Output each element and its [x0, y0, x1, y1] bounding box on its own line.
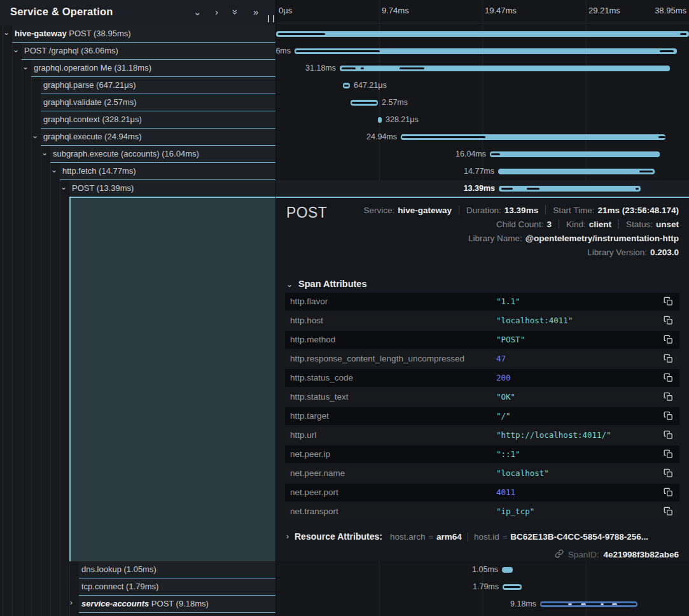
span-id-value: 4e21998f3b82abe6 [603, 550, 679, 559]
attribute-key: net.peer.name [290, 465, 345, 482]
span-bar[interactable] [401, 134, 665, 140]
span-bar[interactable] [498, 169, 655, 174]
span-tree-row[interactable]: graphql.parse (647.21μs) [0, 77, 276, 94]
tree-collapse-icon[interactable]: ⌄ [32, 131, 38, 140]
span-bar[interactable] [502, 567, 513, 573]
ruler-tick-label: 29.21ms [588, 0, 620, 22]
span-attributes-table: http.flavor"1.1"http.host"localhost:4011… [285, 293, 679, 522]
tree-header: Service & Operation ⌄›»» [0, 0, 276, 25]
span-bar[interactable] [351, 100, 378, 106]
collapse-all-icon[interactable]: » [233, 6, 238, 18]
span-bar[interactable] [490, 151, 660, 157]
span-tree-row[interactable]: graphql.context (328.21μs) [0, 111, 276, 129]
tree-collapse-icon[interactable]: ⌄ [41, 148, 48, 157]
tree-expand-icon[interactable]: › [70, 598, 73, 607]
timeline-row[interactable]: 647.21μs [276, 77, 689, 94]
child-span-marker [352, 102, 377, 104]
duration-label: 36.06ms [276, 43, 291, 60]
attribute-key: http.status_code [290, 369, 353, 387]
timeline-row[interactable]: 9.18ms [276, 596, 689, 613]
span-bar[interactable] [540, 601, 637, 607]
span-tree-row[interactable]: graphql.validate (2.57ms) [0, 94, 276, 111]
span-tree-row[interactable]: ⌄graphql.operation Me (31.18ms) [0, 60, 276, 77]
span-bar[interactable] [378, 117, 382, 123]
copy-icon[interactable] [664, 487, 673, 497]
attribute-value: "/" [496, 407, 511, 425]
chevron-right-icon[interactable]: › [215, 6, 218, 18]
copy-icon[interactable] [664, 430, 673, 440]
tree-collapse-icon[interactable]: ⌄ [13, 45, 19, 54]
copy-icon[interactable] [664, 449, 673, 459]
resource-attributes-header[interactable]: › Resource Attributes: host.arch=arm64ho… [286, 531, 648, 542]
span-bar[interactable] [295, 48, 677, 54]
child-span-marker [658, 136, 665, 138]
duration-label: 1.05ms [441, 561, 498, 578]
equals-sign: = [428, 532, 433, 542]
tree-collapse-icon[interactable]: ⌄ [22, 62, 29, 71]
span-bar[interactable] [499, 186, 641, 192]
copy-icon[interactable] [664, 411, 673, 421]
copy-icon[interactable] [664, 335, 673, 344]
child-span-marker [278, 33, 325, 35]
panel-resize-grip-icon[interactable] [268, 15, 274, 22]
copy-icon[interactable] [664, 373, 673, 382]
tree-collapse-icon[interactable]: ⌄ [51, 165, 57, 174]
copy-icon[interactable] [664, 297, 673, 306]
ruler-tick-label: 38.95ms [655, 0, 686, 22]
span-bar[interactable] [276, 31, 689, 37]
span-meta-value: 21ms (23:56:48.174) [597, 206, 679, 215]
copy-icon[interactable] [664, 392, 673, 402]
timeline-row[interactable] [276, 25, 689, 43]
span-meta-pair: Child Count:3 [496, 220, 552, 229]
tree-collapse-icon[interactable]: ⌄ [3, 28, 10, 37]
chevron-down-icon[interactable]: ⌄ [193, 6, 202, 18]
child-span-marker [541, 603, 636, 605]
span-label: hive-gateway POST (38.95ms) [15, 25, 131, 42]
timeline-row[interactable]: 14.77ms [276, 163, 689, 180]
attribute-value: 47 [496, 350, 506, 368]
span-meta-line: Service:hive-gatewayDuration:13.39msStar… [363, 203, 679, 217]
timeline-row[interactable]: 36.06ms [276, 43, 689, 60]
span-tree-row[interactable]: ⌄graphql.execute (24.94ms) [0, 129, 276, 146]
timeline-row[interactable]: 2.57ms [276, 94, 689, 111]
span-meta-line: Library Name:@opentelemetry/instrumentat… [363, 231, 679, 245]
span-marker [581, 603, 586, 605]
panel-divider[interactable] [275, 0, 276, 616]
span-tree-row[interactable]: ›service-accounts POST (9.18ms) [0, 596, 276, 613]
attribute-value: "1.1" [496, 293, 520, 311]
span-tree-row[interactable]: ⌄http.fetch (14.77ms) [0, 163, 276, 180]
timeline-row[interactable]: 31.18ms [276, 60, 689, 77]
timeline-row[interactable]: 1.05ms [276, 561, 689, 578]
copy-icon[interactable] [664, 507, 673, 516]
span-tree-row[interactable]: ⌄POST /graphql (36.06ms) [0, 43, 276, 60]
attribute-key: http.target [290, 407, 329, 425]
span-tree-row[interactable]: dns.lookup (1.05ms) [0, 561, 276, 578]
span-meta-value: 3 [546, 220, 552, 229]
tree-collapse-icon[interactable]: ⌄ [60, 183, 67, 192]
timeline-row[interactable]: 16.04ms [276, 146, 689, 163]
span-bar[interactable] [503, 584, 522, 590]
attribute-row: http.response_content_length_uncompresse… [285, 350, 679, 368]
copy-icon[interactable] [664, 316, 673, 325]
copy-icon[interactable] [664, 468, 673, 478]
span-attributes-header[interactable]: ⌄Span Attributes [286, 279, 366, 289]
link-icon[interactable] [555, 549, 564, 560]
timeline-row[interactable]: 24.94ms [276, 129, 689, 146]
span-meta-label: Kind: [566, 220, 586, 229]
span-bar[interactable] [340, 66, 670, 71]
span-id-row: SpanID: 4e21998f3b82abe6 [555, 549, 679, 560]
span-tree-row[interactable]: ⌄hive-gateway POST (38.95ms) [0, 25, 276, 43]
timeline-row[interactable]: 1.79ms [276, 578, 689, 596]
span-tree-row[interactable]: ⌄subgraph.execute (accounts) (16.04ms) [0, 146, 276, 163]
timeline-row[interactable]: 13.39ms [276, 180, 689, 197]
span-tree-row[interactable]: ⌄POST (13.39ms) [0, 180, 276, 197]
span-meta-pair: Library Version:0.203.0 [587, 248, 679, 257]
span-tree-row[interactable]: tcp.connect (1.79ms) [0, 578, 276, 596]
span-meta-pair: Library Name:@opentelemetry/instrumentat… [468, 234, 679, 243]
expand-all-icon[interactable]: » [253, 6, 258, 18]
timeline-row[interactable]: 328.21μs [276, 111, 689, 129]
span-bar[interactable] [343, 83, 350, 88]
copy-icon[interactable] [664, 354, 673, 363]
timeline-panel: 0μs9.74ms19.47ms29.21ms38.95ms 36.06ms31… [276, 0, 689, 616]
attribute-row: http.status_code200 [285, 369, 679, 387]
